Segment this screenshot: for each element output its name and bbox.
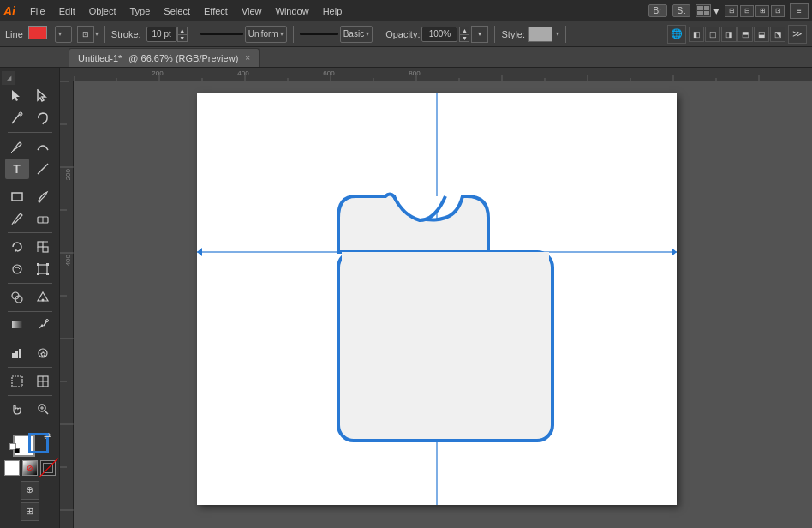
slice-tool[interactable]	[31, 371, 55, 392]
scale-tool[interactable]	[31, 237, 55, 257]
stroke-type-dropdown[interactable]: ▾	[55, 26, 72, 43]
menu-edit[interactable]: Edit	[53, 4, 81, 18]
menu-help[interactable]: Help	[317, 4, 349, 18]
ruler-corner: ◢	[2, 71, 15, 85]
align-left-icon[interactable]: ◧	[689, 27, 704, 42]
svg-rect-26	[12, 321, 22, 328]
artboard	[197, 93, 677, 505]
live-paint-tool[interactable]	[31, 287, 55, 308]
type-tool[interactable]: T	[5, 159, 29, 179]
magic-wand-tool[interactable]	[5, 108, 29, 129]
menu-view[interactable]: View	[236, 4, 268, 18]
workspace-dropdown[interactable]: ▾	[713, 4, 719, 17]
menu-select[interactable]: Select	[158, 4, 196, 18]
tool-separator-4	[8, 283, 52, 284]
stock-button[interactable]: St	[672, 4, 690, 17]
tab-close-button[interactable]: ×	[245, 53, 250, 63]
gradient-mode-button[interactable]: ⊘	[22, 460, 38, 476]
swap-colors-icon[interactable]: ⇄	[44, 431, 51, 441]
arrange-panels-icon[interactable]: ⊞	[21, 502, 39, 521]
tool-row-1	[0, 85, 59, 107]
tool-row-3	[0, 135, 59, 158]
spin-up-button[interactable]: ▲	[177, 27, 188, 34]
stroke-align-dropdown-icon[interactable]: ▾	[95, 30, 99, 38]
eraser-tool[interactable]	[31, 208, 55, 229]
stroke-weight-input[interactable]	[146, 27, 177, 42]
stroke-profile-dropdown[interactable]: Basic ▾	[340, 26, 373, 43]
more-options-icon[interactable]: ≡	[790, 3, 809, 19]
menu-object[interactable]: Object	[83, 4, 122, 18]
opacity-spin-down[interactable]: ▼	[459, 34, 469, 42]
vertical-ruler: 200 400	[60, 81, 74, 528]
tool-row-12	[0, 370, 59, 393]
menu-file[interactable]: File	[24, 4, 51, 18]
more-icon[interactable]: ≫	[788, 25, 807, 44]
arrange-icon-4[interactable]: ⊡	[771, 5, 785, 17]
tool-separator-2	[8, 183, 52, 183]
svg-rect-81	[342, 252, 549, 261]
warp-tool[interactable]	[5, 259, 29, 279]
opacity-options-button[interactable]: ▾	[471, 26, 488, 43]
workspace-icon	[696, 4, 711, 17]
pen-tool[interactable]	[5, 136, 29, 157]
symbol-tool[interactable]: ✿	[31, 343, 55, 363]
none-mode-button[interactable]	[40, 460, 56, 476]
arrange-icons: ⊟ ⊟ ⊞ ⊡	[725, 5, 785, 17]
artboard-tool[interactable]	[5, 371, 29, 392]
align-bottom-icon[interactable]: ⬔	[770, 27, 785, 42]
lasso-tool[interactable]	[31, 108, 55, 129]
gradient-tool[interactable]	[5, 315, 29, 335]
tool-separator-9	[8, 423, 52, 423]
fill-mode-button[interactable]	[4, 460, 20, 476]
align-top-icon[interactable]: ⬒	[737, 27, 753, 42]
tool-separator-5	[8, 311, 52, 312]
eyedropper-tool[interactable]	[31, 315, 55, 335]
world-icon[interactable]: 🌐	[667, 25, 686, 44]
arrange-icon-2[interactable]: ⊟	[740, 5, 754, 17]
opacity-input[interactable]	[421, 27, 457, 42]
document-tab[interactable]: Untitled-1* @ 66.67% (RGB/Preview) ×	[69, 48, 260, 67]
stroke-profile-label: Basic	[343, 29, 364, 39]
menu-type[interactable]: Type	[124, 4, 157, 18]
shape-builder-tool[interactable]	[5, 287, 29, 308]
style-box[interactable]	[528, 27, 552, 42]
line-tool[interactable]	[31, 159, 55, 179]
stroke-uniform-dropdown[interactable]: Uniform ▾	[245, 26, 287, 43]
stroke-align-icon[interactable]: ⊡	[77, 26, 94, 43]
style-dropdown-icon[interactable]: ▾	[556, 30, 559, 38]
menu-effect[interactable]: Effect	[198, 4, 234, 18]
align-middle-icon[interactable]: ⬓	[754, 27, 769, 42]
tool-separator-6	[8, 339, 52, 339]
bridge-button[interactable]: Br	[648, 4, 667, 17]
free-transform-tool[interactable]	[31, 259, 55, 279]
svg-point-8	[38, 201, 40, 203]
zoom-tool[interactable]	[31, 399, 55, 419]
pencil-tool[interactable]	[5, 208, 29, 229]
reflect-icon[interactable]: ⊕	[21, 481, 39, 500]
stroke-line-style-group[interactable]: Uniform ▾	[200, 26, 287, 43]
opacity-spin-up[interactable]: ▲	[459, 27, 469, 34]
spin-down-button[interactable]: ▼	[177, 34, 188, 42]
arrange-icon-1[interactable]: ⊟	[725, 5, 738, 17]
options-bar: Line ▾ ⊡ ▾ Stroke: ▲ ▼ Uniform ▾	[0, 21, 812, 47]
default-colors-icon[interactable]	[9, 443, 20, 453]
direct-selection-tool[interactable]	[31, 86, 55, 106]
graph-tool[interactable]	[5, 343, 29, 363]
separator-1	[104, 26, 105, 43]
arrange-icon-3[interactable]: ⊞	[755, 5, 769, 17]
align-center-icon[interactable]: ◫	[705, 27, 720, 42]
stroke-options-group: ⊡ ▾	[77, 26, 99, 43]
align-icons: ◧ ◫ ◨ ⬒ ⬓ ⬔	[689, 27, 785, 42]
svg-rect-13	[38, 242, 43, 247]
align-right-icon[interactable]: ◨	[721, 27, 737, 42]
rectangle-tool[interactable]	[5, 186, 29, 207]
ruler-h-svg: 200 400 600 800	[74, 68, 812, 81]
hand-tool[interactable]	[5, 399, 29, 419]
stroke-profile-group[interactable]: Basic ▾	[300, 26, 373, 43]
menu-window[interactable]: Window	[270, 4, 315, 18]
selection-tool[interactable]	[5, 86, 29, 106]
stroke-color-button[interactable]	[28, 26, 54, 43]
curvature-tool[interactable]	[31, 136, 55, 157]
paintbrush-tool[interactable]	[31, 186, 55, 207]
rotate-tool[interactable]	[5, 237, 29, 257]
